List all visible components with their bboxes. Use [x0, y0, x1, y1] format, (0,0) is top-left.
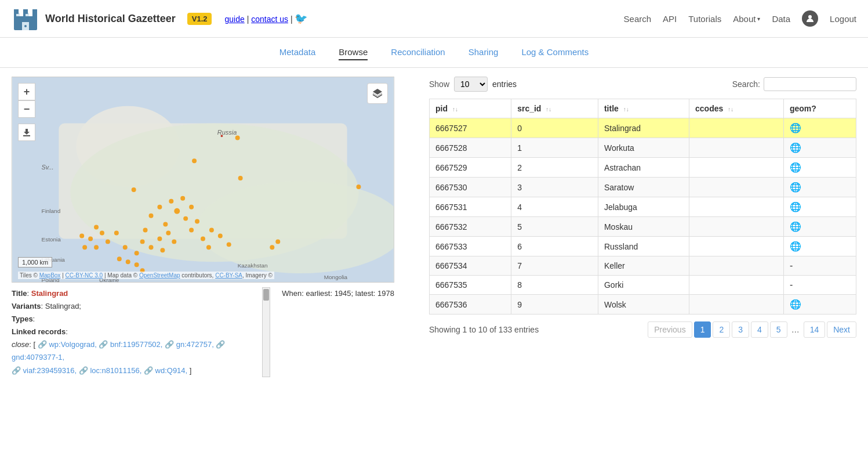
cell-pid: 6667535: [430, 276, 511, 295]
col-ccodes[interactable]: ccodes ↑↓: [689, 99, 784, 118]
previous-button[interactable]: Previous: [648, 321, 692, 338]
cell-ccodes: [689, 158, 784, 178]
zoom-in-button[interactable]: +: [18, 83, 35, 100]
pagination-area: Showing 1 to 10 of 133 entries Previous …: [429, 321, 856, 338]
page-1-button[interactable]: 1: [694, 321, 711, 338]
tab-reconciliation[interactable]: Reconciliation: [391, 45, 445, 60]
twitter-icon[interactable]: 🐦: [295, 13, 307, 24]
col-src-id[interactable]: src_id ↑↓: [511, 99, 598, 118]
ccbysa-link[interactable]: CC-BY-SA: [215, 272, 242, 279]
cell-ccodes: [689, 237, 784, 256]
tab-metadata[interactable]: Metadata: [279, 45, 316, 60]
types-row: Types:: [12, 313, 248, 326]
svg-text:Finland: Finland: [42, 208, 61, 214]
cell-ccodes: [689, 276, 784, 295]
col-geom[interactable]: geom?: [783, 99, 856, 118]
svg-point-33: [163, 222, 168, 227]
main-content: Sv... Russia ● Finland Estonia Lithuania…: [0, 68, 868, 386]
svg-point-41: [143, 228, 148, 233]
table-row[interactable]: 6667529 2 Astrachan 🌐: [430, 158, 856, 178]
svg-point-49: [123, 245, 128, 250]
svg-point-73: [270, 245, 274, 250]
cell-geom: 🌐: [783, 217, 856, 237]
download-map-button[interactable]: [18, 124, 35, 141]
svg-point-66: [79, 233, 84, 238]
scrollbar[interactable]: [262, 287, 270, 377]
table-row[interactable]: 6667528 1 Workuta 🌐: [430, 138, 856, 158]
page-last-button[interactable]: 14: [804, 321, 826, 338]
mapbox-link[interactable]: MapBox: [39, 272, 61, 279]
link-loc[interactable]: 🔗 loc:n81011156,: [79, 366, 142, 375]
tab-browse[interactable]: Browse: [339, 45, 368, 60]
search-input[interactable]: [764, 77, 856, 91]
data-nav-link[interactable]: Data: [772, 14, 790, 24]
cell-src-id: 6: [511, 237, 598, 256]
nav-right: Search API Tutorials About ▾ Data Logout: [624, 10, 856, 27]
svg-point-61: [100, 231, 104, 236]
table-row[interactable]: 6667533 6 Russland 🌐: [430, 237, 856, 256]
page-5-button[interactable]: 5: [770, 321, 787, 338]
cell-title: Workuta: [598, 138, 689, 158]
guide-link[interactable]: guide: [224, 15, 244, 24]
svg-point-50: [117, 256, 122, 261]
contact-link[interactable]: contact us: [251, 15, 288, 24]
col-pid[interactable]: pid ↑↓: [430, 99, 511, 118]
table-row[interactable]: 6667527 0 Stalingrad 🌐: [430, 118, 856, 138]
tab-sharing[interactable]: Sharing: [468, 45, 499, 60]
tab-log-comments[interactable]: Log & Comments: [521, 45, 589, 60]
table-row[interactable]: 6667534 7 Keller -: [430, 256, 856, 276]
api-nav-link[interactable]: API: [663, 14, 677, 24]
link-gn[interactable]: 🔗 gn:472757,: [165, 340, 214, 349]
castle-icon: [12, 5, 39, 32]
show-label: Show: [429, 79, 449, 89]
user-icon[interactable]: [802, 10, 818, 27]
svg-point-69: [235, 135, 240, 140]
svg-point-55: [209, 228, 214, 233]
page-2-button[interactable]: 2: [713, 321, 730, 338]
link-wd[interactable]: 🔗 wd:Q914,: [144, 366, 187, 375]
cell-geom: -: [783, 256, 856, 276]
scale-label: 1,000 km: [22, 259, 48, 266]
map-layers-button[interactable]: [367, 83, 388, 104]
table-row[interactable]: 6667532 5 Moskau 🌐: [430, 217, 856, 237]
logout-link[interactable]: Logout: [830, 14, 856, 24]
svg-point-52: [135, 262, 139, 267]
svg-point-63: [88, 236, 93, 241]
title-label: Title: [12, 289, 27, 298]
cell-pid: 6667529: [430, 158, 511, 178]
cell-ccodes: [689, 118, 784, 138]
next-button[interactable]: Next: [827, 321, 856, 338]
page-4-button[interactable]: 4: [751, 321, 768, 338]
map-area: Sv... Russia ● Finland Estonia Lithuania…: [12, 77, 417, 377]
info-right: When: earliest: 1945; latest: 1978: [282, 287, 394, 377]
table-area: Show 10 25 50 100 entries Search: pid ↑↓…: [417, 77, 856, 377]
zoom-out-button[interactable]: −: [18, 100, 35, 118]
link-wp-volgograd[interactable]: 🔗 wp:Volgograd,: [38, 340, 97, 349]
link-viaf[interactable]: 🔗 viaf:239459316,: [12, 366, 77, 375]
ccbync-link[interactable]: CC-BY-NC 3.0: [66, 272, 103, 279]
svg-point-43: [195, 219, 199, 224]
col-title[interactable]: title ↑↓: [598, 99, 689, 118]
cell-ccodes: [689, 178, 784, 197]
table-row[interactable]: 6667536 9 Wolsk 🌐: [430, 295, 856, 315]
svg-point-36: [172, 239, 176, 244]
osm-link[interactable]: OpenStreetMap: [139, 272, 180, 279]
cell-geom: 🌐: [783, 295, 856, 315]
page-3-button[interactable]: 3: [732, 321, 749, 338]
cell-src-id: 5: [511, 217, 598, 237]
svg-rect-8: [32, 9, 37, 14]
entries-select[interactable]: 10 25 50 100: [454, 77, 488, 92]
cell-title: Moskau: [598, 217, 689, 237]
table-row[interactable]: 6667535 8 Gorki -: [430, 276, 856, 295]
svg-point-45: [189, 205, 194, 209]
link-bnf[interactable]: 🔗 bnf:119577502,: [99, 340, 162, 349]
table-row[interactable]: 6667530 3 Saratow 🌐: [430, 178, 856, 197]
table-row[interactable]: 6667531 4 Jelabuga 🌐: [430, 197, 856, 217]
cell-pid: 6667527: [430, 118, 511, 138]
tutorials-nav-link[interactable]: Tutorials: [688, 14, 721, 24]
search-nav-link[interactable]: Search: [624, 14, 652, 24]
about-nav-button[interactable]: About ▾: [733, 14, 760, 24]
cell-pid: 6667533: [430, 237, 511, 256]
cell-geom: 🌐: [783, 158, 856, 178]
cell-src-id: 8: [511, 276, 598, 295]
